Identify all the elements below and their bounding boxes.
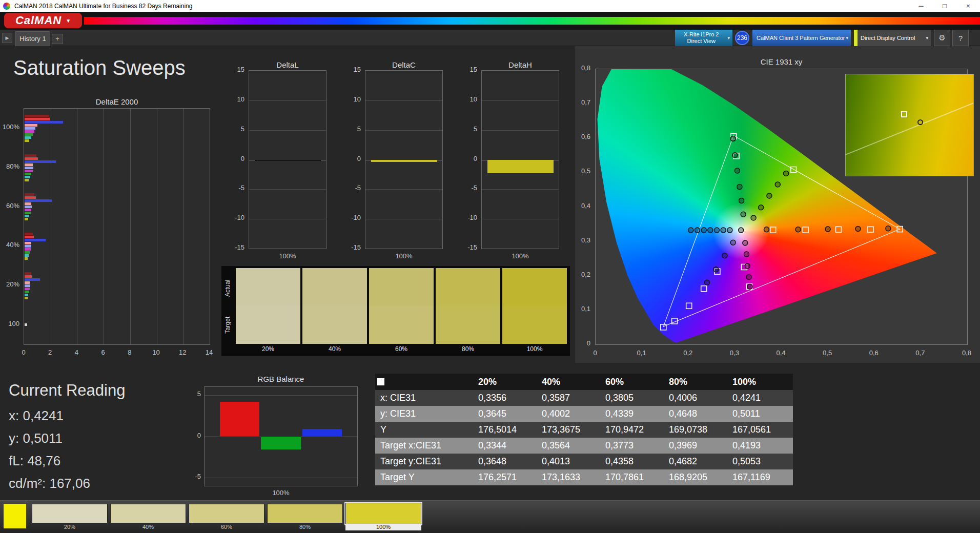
cie-measured-point — [743, 240, 748, 245]
cie-measured-point — [730, 240, 736, 245]
rgb-bar-red — [220, 402, 259, 437]
target-swatch — [236, 306, 300, 344]
table-cell: 0,4002 — [539, 406, 602, 422]
cie-measured-point — [695, 228, 700, 233]
cie-x-tick: 0,1 — [635, 349, 649, 357]
app-icon — [3, 3, 10, 10]
cie-measured-point — [784, 171, 789, 176]
delta-y-tick: -10 — [467, 214, 477, 221]
delta-gridline — [482, 249, 559, 249]
help-button[interactable]: ? — [952, 30, 969, 46]
table-cell: 176,2571 — [475, 469, 539, 485]
cie-measured-point — [739, 228, 744, 233]
table-column-header: 40% — [539, 374, 602, 390]
swatch-column-label: 80% — [436, 344, 500, 354]
cie-measured-point — [744, 252, 749, 257]
table-row: x: CIE310,33560,35870,38050,40060,4241 — [375, 390, 793, 406]
cie-target-point — [770, 227, 776, 233]
deltae-x-tick: 0 — [16, 348, 31, 356]
tab-history-1[interactable]: History 1 — [15, 31, 50, 46]
pattern-swatch-100%[interactable]: 100% — [345, 504, 421, 530]
pattern-swatch-label: 100% — [345, 524, 421, 530]
cie-measured-point — [825, 227, 830, 232]
calman-logo-menu[interactable]: CalMAN ▼ — [4, 13, 82, 28]
delta-gridline — [249, 249, 326, 249]
rgb-balance-chart-title: RGB Balance — [204, 375, 358, 383]
deltae-bar — [25, 215, 29, 217]
chevron-down-icon: ▾ — [727, 35, 732, 40]
pattern-swatch-20%[interactable]: 20% — [32, 504, 108, 530]
delta-gridline — [482, 100, 559, 101]
deltae-bar — [25, 212, 31, 214]
swatch-column — [502, 268, 567, 344]
cie-measured-point — [747, 284, 752, 289]
page-title: Saturation Sweeps — [13, 56, 186, 79]
rgb-gridline — [205, 395, 357, 396]
actual-swatch — [502, 268, 567, 306]
chevron-down-icon: ▾ — [846, 35, 851, 40]
deltae-bar — [25, 248, 31, 251]
collapse-pane-button[interactable]: ▶ — [2, 33, 12, 43]
cie-measured-point — [767, 193, 772, 198]
rgb-y-tick: 5 — [197, 390, 201, 398]
table-cell: 167,1169 — [729, 469, 793, 485]
deltae-bar — [25, 236, 34, 238]
cie-measured-point — [701, 228, 706, 233]
table-cell: 0,3773 — [602, 438, 666, 454]
swatch-column-label: 40% — [302, 344, 367, 354]
table-header-row: 20%40%60%80%100% — [375, 374, 793, 390]
delta-gridline — [482, 189, 559, 190]
cie-measured-point — [741, 212, 746, 217]
cie-measured-point — [722, 253, 727, 258]
deltae-x-tick: 12 — [175, 348, 190, 356]
cie-measured-point — [727, 228, 732, 233]
table-row: Y176,5014173,3675170,9472169,0738167,056… — [375, 422, 793, 438]
cie-measured-point — [886, 226, 891, 231]
deltae-x-tick: 8 — [122, 348, 137, 356]
deltae-y-label: 100 — [8, 320, 19, 327]
deltae-bar — [25, 288, 30, 290]
delta-y-tick: -5 — [471, 184, 477, 192]
meter-line2: Direct View — [687, 38, 716, 45]
deltah-x-axis-label: 100% — [481, 252, 559, 260]
deltae-gridline — [130, 109, 131, 344]
table-cell: 168,9205 — [666, 469, 729, 485]
cie-target-point — [686, 303, 692, 309]
delta-bar — [255, 160, 321, 161]
pattern-swatch-80%[interactable]: 80% — [267, 504, 343, 530]
cie-measured-point — [708, 228, 713, 233]
table-cell: 170,7861 — [602, 469, 666, 485]
swatch-column — [436, 268, 500, 344]
table-column-header: 100% — [729, 374, 793, 390]
cie-chart-title: CIE 1931 xy — [595, 57, 968, 66]
delta-y-tick: 10 — [354, 95, 361, 103]
pattern-swatch-40%[interactable]: 40% — [110, 504, 186, 530]
delta-gridline — [365, 71, 442, 71]
pattern-source-button[interactable]: CalMAN Client 3 Pattern Generator ▾ — [752, 30, 851, 46]
minimize-button[interactable]: ─ — [909, 0, 933, 12]
deltae-x-tick: 6 — [96, 348, 110, 356]
deltae-bar — [25, 124, 37, 127]
display-control-button[interactable]: Direct Display Control ▾ — [854, 30, 931, 46]
deltae-bar — [25, 139, 29, 142]
table-row: Target Y176,2571173,1633170,7861168,9205… — [375, 469, 793, 485]
close-button[interactable]: × — [956, 0, 980, 12]
deltae-y-label: 60% — [6, 202, 19, 210]
settings-button[interactable]: ⚙ — [934, 30, 950, 46]
table-row: Target y:CIE310,36480,40130,43580,46820,… — [375, 454, 793, 469]
table-cell: 169,0738 — [666, 422, 729, 438]
deltae-bar — [25, 176, 30, 178]
meter-device-button[interactable]: X-Rite i1Pro 2 Direct View ▾ — [675, 30, 732, 46]
swatch-column-label: 20% — [236, 344, 300, 354]
table-row: Target x:CIE310,33440,35640,37730,39690,… — [375, 438, 793, 454]
delta-y-tick: 5 — [241, 125, 244, 133]
pattern-swatch-60%[interactable]: 60% — [189, 504, 264, 530]
delta-y-tick: 0 — [241, 155, 244, 162]
maximize-button[interactable]: □ — [933, 0, 956, 12]
cie-measured-point — [855, 227, 861, 232]
cie-measured-point — [737, 184, 742, 190]
cie-measured-point — [713, 267, 719, 272]
delta-gridline — [365, 219, 442, 219]
display-control-stripe — [854, 30, 858, 46]
add-tab-button[interactable]: + — [52, 34, 63, 44]
